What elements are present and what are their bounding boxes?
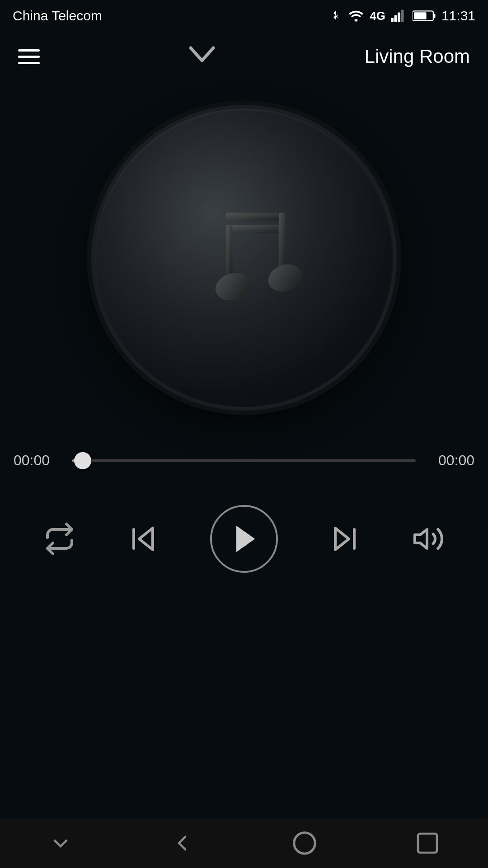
nav-back-arrow-button[interactable] <box>169 830 195 856</box>
svg-rect-1 <box>394 15 397 22</box>
progress-track[interactable] <box>72 459 416 462</box>
play-button[interactable] <box>210 505 278 573</box>
carrier-text: China Telecom <box>13 8 102 24</box>
svg-point-19 <box>294 833 315 854</box>
current-time: 00:00 <box>14 452 63 469</box>
next-button[interactable] <box>328 523 361 555</box>
nav-home-button[interactable] <box>291 829 319 857</box>
svg-rect-7 <box>226 213 285 221</box>
menu-line <box>18 62 40 64</box>
svg-rect-10 <box>226 225 232 276</box>
svg-marker-16 <box>335 528 349 550</box>
status-icons: 4G 11:31 <box>330 8 475 24</box>
svg-point-12 <box>264 260 306 296</box>
svg-rect-2 <box>398 13 400 22</box>
network-label: 4G <box>370 9 385 23</box>
svg-marker-18 <box>415 529 427 548</box>
home-icon <box>291 829 319 857</box>
total-time: 00:00 <box>425 452 474 469</box>
play-icon <box>230 524 258 554</box>
time-display: 11:31 <box>441 8 475 24</box>
progress-area: 00:00 00:00 <box>0 452 488 469</box>
bluetooth-icon <box>330 8 343 24</box>
dropdown-button[interactable] <box>186 43 218 70</box>
menu-line <box>18 56 40 58</box>
playback-controls <box>0 469 488 591</box>
battery-icon <box>413 9 436 22</box>
recent-apps-icon <box>415 830 440 856</box>
svg-rect-3 <box>401 10 404 22</box>
progress-thumb[interactable] <box>74 452 91 469</box>
chevron-down-nav-icon <box>48 830 73 856</box>
svg-marker-13 <box>139 528 153 550</box>
repeat-icon <box>43 523 76 555</box>
music-note-icon <box>172 185 316 330</box>
svg-marker-15 <box>236 526 255 552</box>
menu-button[interactable] <box>18 49 40 64</box>
bottom-nav-bar <box>0 818 488 868</box>
top-nav-bar: Living Room <box>0 32 488 81</box>
repeat-button[interactable] <box>43 523 76 555</box>
nav-recent-button[interactable] <box>415 830 440 856</box>
menu-line <box>18 49 40 52</box>
volume-button[interactable] <box>412 523 445 555</box>
svg-rect-0 <box>391 18 394 22</box>
chevron-down-icon <box>186 43 218 66</box>
album-art-area <box>0 81 488 434</box>
previous-button[interactable] <box>127 523 160 555</box>
volume-icon <box>412 523 445 555</box>
signal-icon <box>391 9 407 22</box>
nav-back-button[interactable] <box>48 830 73 856</box>
previous-icon <box>127 523 160 555</box>
wifi-icon <box>348 9 364 22</box>
svg-point-11 <box>211 269 253 305</box>
svg-rect-5 <box>433 14 436 18</box>
svg-rect-8 <box>226 225 285 233</box>
back-arrow-icon <box>169 830 195 856</box>
svg-rect-6 <box>414 12 427 19</box>
svg-rect-20 <box>418 834 437 853</box>
status-bar: China Telecom 4G 11:31 <box>0 0 488 32</box>
next-icon <box>328 523 361 555</box>
album-disc <box>95 108 393 407</box>
room-label: Living Room <box>365 46 470 67</box>
